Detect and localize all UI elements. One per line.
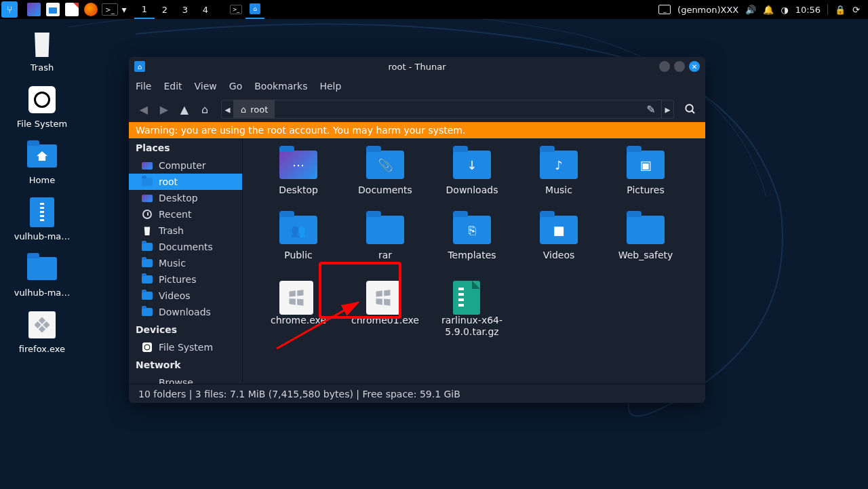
maximize-button[interactable]: [674, 61, 685, 72]
file-item-web-safety[interactable]: Web_safety: [602, 216, 689, 281]
menu-help[interactable]: Help: [319, 81, 341, 92]
folder-icon: [627, 216, 665, 246]
sidebar-item-desktop[interactable]: Desktop: [129, 190, 242, 206]
volume-icon[interactable]: 🔊: [745, 5, 756, 15]
desktop-trash[interactable]: Trash: [5, 27, 79, 73]
files-icon[interactable]: [43, 0, 62, 19]
forward-button[interactable]: ▶: [156, 101, 172, 117]
desktop-item-label: File System: [17, 119, 67, 129]
sidebar-item-videos[interactable]: Videos: [129, 288, 242, 304]
path-segment-root[interactable]: ⌂root: [234, 100, 275, 118]
sidebar-item-computer[interactable]: Computer: [129, 157, 242, 174]
sidebar-item-recent[interactable]: Recent: [129, 206, 242, 222]
desktop-item-label: firefox.exe: [19, 344, 65, 354]
desktop-vulhub-folder[interactable]: vulhub-ma…: [5, 252, 79, 298]
show-desktop-icon[interactable]: [24, 0, 43, 19]
folder-icon: 📎: [366, 151, 404, 180]
menu-view[interactable]: View: [195, 81, 217, 92]
file-item-documents[interactable]: 📎Documents: [342, 151, 429, 216]
sidebar-item-pictures[interactable]: Pictures: [129, 271, 242, 288]
file-item-chrome-exe[interactable]: chrome.exe: [255, 281, 342, 346]
file-item-desktop[interactable]: ⋯Desktop: [255, 151, 342, 216]
menu-go[interactable]: Go: [229, 81, 242, 92]
file-item-rarlinux-x64-5-9-0-tar-gz[interactable]: rarlinux-x64-5.9.0.tar.gz: [429, 281, 515, 346]
recent-icon: [141, 210, 153, 219]
path-forward-icon[interactable]: ▸: [661, 100, 673, 118]
home-button[interactable]: ⌂: [197, 101, 213, 117]
path-history-icon[interactable]: ◂: [222, 100, 234, 118]
workspace-2[interactable]: 2: [155, 0, 175, 19]
lock-icon[interactable]: 🔒: [835, 5, 846, 15]
menu-kali-icon[interactable]: ⑂: [0, 0, 19, 19]
workspace-1[interactable]: 1: [134, 0, 155, 19]
folder-icon: [26, 252, 58, 285]
file-item-label: rar: [378, 250, 392, 261]
desktop-vulhub-archive[interactable]: vulhub-ma…: [5, 196, 79, 241]
close-button[interactable]: [689, 61, 700, 72]
power-icon[interactable]: ◑: [781, 5, 788, 15]
text-editor-icon[interactable]: [62, 0, 81, 19]
network-manager-icon[interactable]: ⎯: [658, 5, 671, 14]
content-area[interactable]: ⋯Desktop📎Documents↓Downloads♪Music▣Pictu…: [243, 138, 705, 384]
sidebar-item-trash[interactable]: Trash: [129, 222, 242, 239]
sidebar-item-browse-network[interactable]: Browse Network: [129, 374, 242, 384]
file-item-templates[interactable]: ⎘Templates: [429, 216, 515, 281]
titlebar[interactable]: ⌂ root - Thunar: [129, 57, 705, 76]
sidebar-item-label: Desktop: [159, 193, 198, 203]
exe-icon: [366, 281, 404, 311]
edit-path-icon[interactable]: ✎: [641, 101, 661, 117]
file-item-pictures[interactable]: ▣Pictures: [602, 151, 689, 216]
sidebar-item-music[interactable]: Music: [129, 255, 242, 271]
menu-bookmarks[interactable]: Bookmarks: [254, 81, 307, 92]
desktop-filesystem[interactable]: File System: [5, 83, 79, 129]
thunar-window: ⌂ root - Thunar File Edit View Go Bookma…: [129, 57, 705, 403]
trash-icon: [26, 27, 58, 60]
file-item-music[interactable]: ♪Music: [515, 151, 602, 216]
menu-edit[interactable]: Edit: [163, 81, 182, 92]
workspace-3[interactable]: 3: [175, 0, 195, 19]
folder-icon: ♪: [540, 151, 578, 180]
folder-icon: ⋯: [279, 151, 317, 180]
file-item-label: Music: [545, 184, 572, 196]
menu-file[interactable]: File: [136, 81, 151, 92]
folder-icon: [141, 242, 153, 252]
sidebar-item-downloads[interactable]: Downloads: [129, 304, 242, 320]
sidebar-item-documents[interactable]: Documents: [129, 239, 242, 255]
sidebar-item-label: Recent: [159, 209, 191, 220]
sidebar-item-label: Videos: [159, 290, 191, 301]
firefox-icon[interactable]: [81, 0, 100, 19]
file-item-label: Videos: [543, 250, 575, 261]
folder-icon: [366, 216, 404, 246]
desktop-firefox-exe[interactable]: firefox.exe: [5, 309, 79, 354]
sidebar-item-file-system[interactable]: File System: [129, 339, 242, 355]
desktop-item-label: vulhub-ma…: [14, 288, 71, 298]
taskbar-app-terminal[interactable]: >_: [226, 0, 245, 19]
taskbar-app-thunar[interactable]: ⌂: [245, 0, 264, 19]
root-warning: Warning: you are using the root account.…: [129, 122, 705, 138]
terminal-dropdown-icon[interactable]: ▾: [119, 0, 129, 19]
genmon-indicator[interactable]: (genmon)XXX: [677, 5, 738, 15]
file-item-downloads[interactable]: ↓Downloads: [429, 151, 515, 216]
exe-icon: [26, 309, 58, 341]
file-item-chrome01-exe[interactable]: chrome01.exe: [342, 281, 429, 346]
exe-icon: [279, 281, 317, 311]
workspace-4[interactable]: 4: [195, 0, 216, 19]
sidebar-item-root[interactable]: root: [129, 174, 242, 190]
folder-icon: ⎘: [453, 216, 491, 246]
file-item-label: Desktop: [279, 184, 318, 196]
file-item-rar[interactable]: rar: [342, 216, 429, 281]
minimize-button[interactable]: [659, 61, 670, 72]
notifications-icon[interactable]: 🔔: [763, 5, 774, 15]
logout-icon[interactable]: ⟳: [852, 5, 860, 15]
folder-icon: ↓: [453, 151, 491, 180]
clock[interactable]: 10:56: [795, 5, 821, 15]
file-item-public[interactable]: 👥Public: [255, 216, 342, 281]
sidebar: PlacesComputerrootDesktopRecentTrashDocu…: [129, 138, 243, 384]
search-icon[interactable]: [682, 101, 698, 117]
file-item-label: rarlinux-x64-5.9.0.tar.gz: [431, 315, 513, 338]
back-button[interactable]: ◀: [136, 101, 152, 117]
up-button[interactable]: ▲: [176, 101, 193, 117]
desktop-home[interactable]: Home: [5, 140, 79, 185]
terminal-icon[interactable]: >_: [102, 3, 118, 16]
file-item-videos[interactable]: ■Videos: [515, 216, 602, 281]
